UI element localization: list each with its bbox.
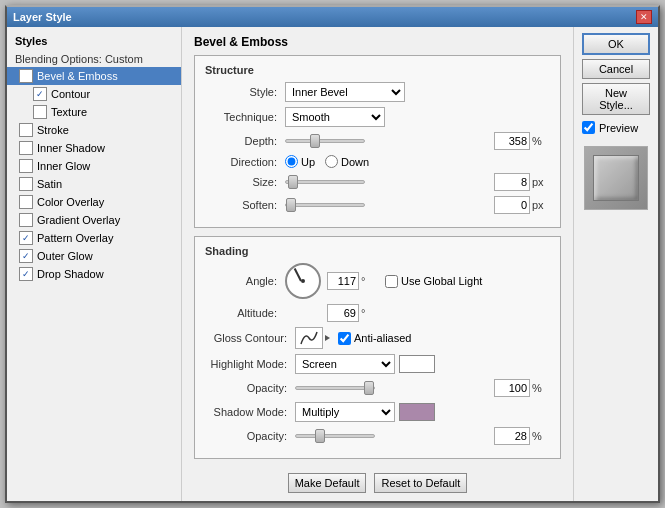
inner-shadow-check [19,141,33,155]
gloss-contour-icon [299,330,319,346]
style-label: Style: [205,86,285,98]
sidebar-item-gradient-overlay[interactable]: Gradient Overlay [7,211,181,229]
texture-check [33,105,47,119]
technique-label: Technique: [205,111,285,123]
sidebar-item-satin[interactable]: Satin [7,175,181,193]
ok-button[interactable]: OK [582,33,650,55]
sidebar-item-texture[interactable]: Texture [7,103,181,121]
structure-title: Structure [205,64,550,76]
pattern-overlay-check: ✓ [19,231,33,245]
size-slider-container [285,180,494,184]
gradient-overlay-check [19,213,33,227]
direction-label: Direction: [205,156,285,168]
size-unit: px [532,176,550,188]
inner-glow-check [19,159,33,173]
style-row: Style: Inner Bevel Outer Bevel Emboss Pi… [205,82,550,102]
shadow-opacity-label: Opacity: [205,430,295,442]
sidebar-item-inner-glow[interactable]: Inner Glow [7,157,181,175]
highlight-opacity-slider-container [295,386,494,390]
preview-checkbox[interactable] [582,121,595,134]
shadow-color-swatch[interactable] [399,403,435,421]
direction-down-item: Down [325,155,369,168]
make-default-button[interactable]: Make Default [288,473,367,493]
angle-label: Angle: [205,275,285,287]
soften-slider-container [285,203,494,207]
shadow-opacity-unit: % [532,430,550,442]
angle-input[interactable] [327,272,359,290]
altitude-unit: ° [361,307,379,319]
drop-shadow-label: Drop Shadow [37,268,104,280]
angle-line [294,268,302,281]
highlight-opacity-input[interactable] [494,379,530,397]
angle-circle[interactable] [285,263,321,299]
sidebar-item-drop-shadow[interactable]: ✓ Drop Shadow [7,265,181,283]
sidebar-item-color-overlay[interactable]: Color Overlay [7,193,181,211]
sidebar-item-pattern-overlay[interactable]: ✓ Pattern Overlay [7,229,181,247]
pattern-overlay-label: Pattern Overlay [37,232,113,244]
soften-unit: px [532,199,550,211]
soften-input[interactable] [494,196,530,214]
soften-slider[interactable] [285,203,365,207]
shadow-opacity-slider[interactable] [295,434,375,438]
size-input[interactable] [494,173,530,191]
sidebar-item-outer-glow[interactable]: ✓ Outer Glow [7,247,181,265]
sidebar-item-stroke[interactable]: Stroke [7,121,181,139]
highlight-color-swatch[interactable] [399,355,435,373]
size-label: Size: [205,176,285,188]
shadow-mode-select[interactable]: Multiply Normal Screen [295,402,395,422]
shadow-mode-row: Shadow Mode: Multiply Normal Screen [205,402,550,422]
anti-aliased-checkbox[interactable] [338,332,351,345]
highlight-opacity-slider[interactable] [295,386,375,390]
bevel-emboss-label: Bevel & Emboss [37,70,118,82]
drop-shadow-check: ✓ [19,267,33,281]
depth-row: Depth: % [205,132,550,150]
preview-label: Preview [599,122,638,134]
outer-glow-label: Outer Glow [37,250,93,262]
direction-radio-group: Up Down [285,155,369,168]
close-button[interactable]: ✕ [636,10,652,24]
shadow-mode-label: Shadow Mode: [205,406,295,418]
right-panel: OK Cancel New Style... Preview [573,27,658,501]
shadow-opacity-row: Opacity: % [205,427,550,445]
gloss-contour-row: Gloss Contour: Anti-aliased [205,327,550,349]
preview-row: Preview [582,121,650,134]
new-style-button[interactable]: New Style... [582,83,650,115]
direction-down-label: Down [341,156,369,168]
sidebar-item-inner-shadow[interactable]: Inner Shadow [7,139,181,157]
color-overlay-check [19,195,33,209]
cancel-button[interactable]: Cancel [582,59,650,79]
direction-down-radio[interactable] [325,155,338,168]
depth-input[interactable] [494,132,530,150]
use-global-light-checkbox[interactable] [385,275,398,288]
technique-select[interactable]: Smooth Chisel Hard Chisel Soft [285,107,385,127]
blending-options-label: Blending Options: Custom [7,51,181,67]
sidebar-item-contour[interactable]: ✓ Contour [7,85,181,103]
depth-slider-container [285,139,494,143]
gloss-contour-box[interactable] [295,327,323,349]
shadow-opacity-input[interactable] [494,427,530,445]
dialog-title: Layer Style [13,11,72,23]
style-select[interactable]: Inner Bevel Outer Bevel Emboss Pillow Em… [285,82,405,102]
soften-label: Soften: [205,199,285,211]
depth-slider[interactable] [285,139,365,143]
color-overlay-label: Color Overlay [37,196,104,208]
title-bar: Layer Style ✕ [7,7,658,27]
direction-up-radio[interactable] [285,155,298,168]
size-slider[interactable] [285,180,365,184]
stroke-label: Stroke [37,124,69,136]
altitude-input[interactable] [327,304,359,322]
contour-label: Contour [51,88,90,100]
satin-label: Satin [37,178,62,190]
shadow-opacity-slider-container [295,434,494,438]
altitude-label: Altitude: [205,307,285,319]
highlight-opacity-label: Opacity: [205,382,295,394]
gloss-contour-label: Gloss Contour: [205,332,295,344]
use-global-light-label: Use Global Light [401,275,482,287]
reset-to-default-button[interactable]: Reset to Default [374,473,467,493]
main-panel: Bevel & Emboss Structure Style: Inner Be… [182,27,573,501]
highlight-mode-select[interactable]: Screen Normal Multiply [295,354,395,374]
bottom-buttons: Make Default Reset to Default [194,467,561,497]
section-title: Bevel & Emboss [194,35,561,49]
stroke-check [19,123,33,137]
sidebar-item-bevel-emboss[interactable]: ✓ Bevel & Emboss [7,67,181,85]
